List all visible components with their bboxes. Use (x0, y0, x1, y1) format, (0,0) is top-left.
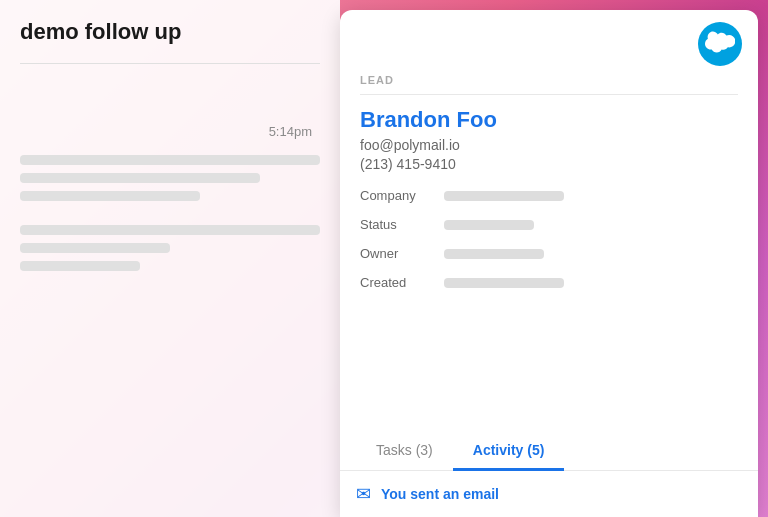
field-value-created (444, 278, 564, 288)
tabs-bar: Tasks (3) Activity (5) (340, 430, 758, 471)
lead-name[interactable]: Brandon Foo (360, 107, 738, 133)
email-subject: demo follow up (20, 18, 320, 47)
placeholder-line (20, 261, 140, 271)
field-row-created: Created (360, 275, 738, 290)
field-label-company: Company (360, 188, 432, 203)
field-label-status: Status (360, 217, 432, 232)
field-row-owner: Owner (360, 246, 738, 261)
salesforce-header (340, 10, 758, 74)
subject-divider (20, 63, 320, 64)
right-panel: LEAD Brandon Foo foo@polymail.io (213) 4… (340, 10, 758, 517)
lead-section: LEAD Brandon Foo foo@polymail.io (213) 4… (340, 74, 758, 314)
lead-email[interactable]: foo@polymail.io (360, 137, 738, 153)
placeholder-line (20, 173, 260, 183)
email-body-placeholder (20, 155, 320, 271)
placeholder-line (20, 155, 320, 165)
left-panel: demo follow up 5:14pm (0, 0, 340, 517)
salesforce-icon (705, 29, 735, 59)
field-row-status: Status (360, 217, 738, 232)
field-label-owner: Owner (360, 246, 432, 261)
field-value-company (444, 191, 564, 201)
placeholder-line (20, 191, 200, 201)
lead-phone[interactable]: (213) 415-9410 (360, 156, 738, 172)
placeholder-line (20, 243, 170, 253)
placeholder-line (20, 225, 320, 235)
field-row-company: Company (360, 188, 738, 203)
activity-footer: ✉ You sent an email (340, 471, 758, 517)
tab-tasks[interactable]: Tasks (3) (356, 430, 453, 470)
salesforce-logo (698, 22, 742, 66)
email-time: 5:14pm (20, 124, 320, 139)
lead-label: LEAD (360, 74, 738, 86)
field-label-created: Created (360, 275, 432, 290)
activity-text: You sent an email (381, 486, 499, 502)
lead-fields: Company Status Owner Created (360, 188, 738, 298)
tab-activity[interactable]: Activity (5) (453, 430, 565, 470)
field-value-owner (444, 249, 544, 259)
lead-divider (360, 94, 738, 95)
field-value-status (444, 220, 534, 230)
send-icon: ✉ (356, 483, 371, 505)
